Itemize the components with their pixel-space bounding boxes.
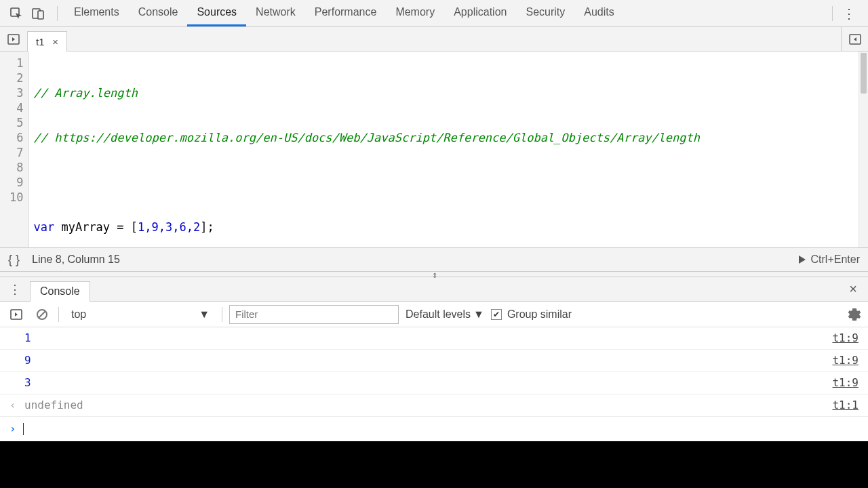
svg-line-7	[39, 311, 45, 318]
log-source-link[interactable]: t1:9	[832, 373, 859, 392]
show-debugger-pane-icon[interactable]	[841, 27, 868, 51]
group-similar-checkbox[interactable]: ✔ Group similar	[491, 308, 572, 321]
chevron-down-icon: ▼	[473, 308, 484, 321]
tab-elements[interactable]: Elements	[64, 0, 129, 26]
scrollbar-thumb[interactable]	[861, 53, 867, 94]
log-source-link[interactable]: t1:9	[832, 329, 859, 348]
log-row: 1 t1:9	[0, 327, 868, 350]
close-icon[interactable]: ×	[50, 36, 61, 47]
file-tab-t1[interactable]: t1 ×	[27, 31, 67, 52]
devtools-panel-tabs: Elements Console Sources Network Perform…	[0, 0, 868, 27]
divider	[57, 6, 58, 21]
console-drawer-header: ⋮ Console ×	[0, 277, 868, 302]
log-value: undefined	[24, 396, 83, 415]
tab-console[interactable]: Console	[129, 0, 188, 26]
tab-network[interactable]: Network	[246, 0, 305, 26]
tab-sources[interactable]: Sources	[187, 0, 246, 26]
letterbox-bar	[0, 441, 868, 488]
execution-context-select[interactable]: top ▼	[66, 306, 215, 323]
console-output: 1 t1:9 9 t1:9 3 t1:9 undefined t1:1 ›	[0, 327, 868, 441]
show-navigator-icon[interactable]	[0, 27, 27, 51]
svg-rect-2	[38, 11, 43, 19]
text-cursor	[23, 423, 24, 435]
prompt-chevron-icon: ›	[9, 420, 16, 439]
tab-security[interactable]: Security	[516, 0, 574, 26]
editor-scrollbar[interactable]	[859, 52, 868, 247]
checkbox-checked-icon: ✔	[491, 309, 502, 320]
drawer-tab-console[interactable]: Console	[30, 281, 90, 302]
console-sidebar-toggle-icon[interactable]	[7, 305, 26, 324]
file-tab-label: t1	[36, 36, 45, 47]
run-snippet-button[interactable]: Ctrl+Enter	[797, 253, 860, 266]
drawer-menu-icon[interactable]: ⋮	[7, 282, 23, 297]
log-value: 3	[24, 373, 31, 392]
cursor-position: Line 8, Column 15	[32, 253, 120, 266]
chevron-down-icon: ▼	[199, 308, 210, 321]
close-icon[interactable]: ×	[845, 281, 861, 297]
code-content[interactable]: // Array.length // https://developer.moz…	[29, 52, 859, 247]
tab-application[interactable]: Application	[444, 0, 516, 26]
tab-memory[interactable]: Memory	[386, 0, 444, 26]
divider	[832, 6, 833, 21]
console-filter-input[interactable]	[229, 305, 399, 324]
console-settings-icon[interactable]	[848, 308, 861, 321]
console-prompt[interactable]: ›	[0, 417, 868, 441]
drawer-resize-handle[interactable]: ⇕	[0, 272, 868, 277]
sources-status-bar: { } Line 8, Column 15 Ctrl+Enter	[0, 247, 868, 272]
clear-console-icon[interactable]	[33, 305, 52, 324]
inspect-element-icon[interactable]	[7, 4, 26, 23]
log-value: 9	[24, 351, 31, 370]
log-row: 9 t1:9	[0, 350, 868, 372]
tab-audits[interactable]: Audits	[574, 0, 623, 26]
code-editor[interactable]: 1 2 3 4 5 6 7 8 9 10 // Array.length // …	[0, 52, 868, 247]
more-menu-icon[interactable]: ⋮	[840, 4, 859, 23]
log-levels-select[interactable]: Default levels ▼	[406, 308, 484, 321]
log-row: 3 t1:9	[0, 372, 868, 394]
log-row-return: undefined t1:1	[0, 394, 868, 417]
tab-performance[interactable]: Performance	[305, 0, 387, 26]
pretty-print-icon[interactable]: { }	[8, 253, 20, 267]
sources-tabbar: t1 ×	[0, 27, 868, 52]
log-source-link[interactable]: t1:1	[832, 396, 859, 415]
console-toolbar: top ▼ Default levels ▼ ✔ Group similar	[0, 302, 868, 327]
device-toolbar-icon[interactable]	[28, 4, 47, 23]
resize-grip-icon: ⇕	[432, 272, 436, 279]
log-source-link[interactable]: t1:9	[832, 351, 859, 370]
log-value: 1	[24, 329, 31, 348]
line-gutter: 1 2 3 4 5 6 7 8 9 10	[0, 52, 29, 247]
